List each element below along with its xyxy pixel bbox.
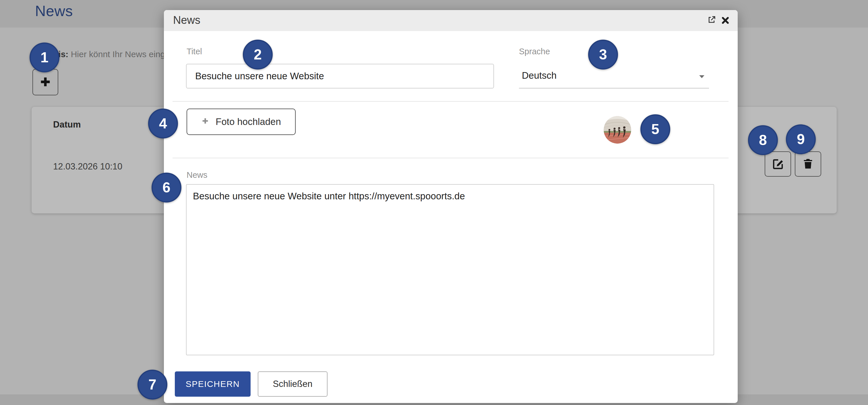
close-dialog-button[interactable]	[720, 16, 731, 26]
upload-photo-label: Foto hochladen	[216, 116, 281, 127]
delete-news-button[interactable]	[795, 151, 821, 177]
plus-icon	[39, 75, 52, 89]
edit-icon	[772, 157, 784, 171]
dialog-header: News	[164, 10, 738, 31]
annotation-badge-2: 2	[243, 40, 273, 69]
chevron-down-icon	[699, 75, 705, 80]
plus-icon	[201, 116, 209, 127]
page-title: News	[35, 2, 73, 20]
edit-news-button[interactable]	[765, 151, 791, 177]
news-dialog: News Titel Sprache Deutsch	[164, 10, 738, 403]
dialog-title: News	[173, 14, 200, 26]
column-header-datum: Datum	[53, 119, 81, 130]
titel-label: Titel	[187, 47, 202, 56]
hint-text-rest: Hier könnt Ihr News eing	[71, 50, 165, 59]
annotation-badge-5: 5	[640, 114, 670, 144]
annotation-badge-1: 1	[30, 42, 59, 73]
annotation-badge-3: 3	[588, 40, 618, 69]
news-textarea[interactable]: Besuche unsere neue Website unter https:…	[186, 184, 714, 355]
sprache-label: Sprache	[519, 47, 550, 56]
annotation-badge-7: 7	[137, 370, 167, 400]
save-button[interactable]: SPEICHERN	[175, 371, 251, 397]
divider	[173, 101, 728, 102]
close-icon	[721, 17, 730, 26]
expand-icon	[707, 16, 716, 25]
titel-input[interactable]	[186, 64, 494, 88]
upload-photo-button[interactable]: Foto hochladen	[187, 109, 296, 135]
news-row-date: 12.03.2026 10:10	[53, 162, 122, 172]
open-in-new-window-button[interactable]	[706, 15, 717, 26]
annotation-badge-6: 6	[152, 173, 181, 202]
trash-icon	[802, 158, 814, 171]
sprache-select[interactable]: Deutsch	[519, 66, 709, 88]
add-news-button[interactable]	[32, 69, 58, 95]
annotation-badge-9: 9	[786, 124, 816, 154]
annotation-badge-8: 8	[748, 125, 778, 155]
annotation-badge-4: 4	[148, 109, 178, 139]
divider	[173, 158, 728, 158]
sprache-selected-value: Deutsch	[522, 70, 557, 81]
screen: News Hinweis: Hier könnt Ihr News eing D…	[0, 0, 868, 405]
news-label: News	[187, 170, 208, 180]
news-photo-thumbnail[interactable]	[603, 116, 631, 144]
close-button[interactable]: Schließen	[258, 371, 328, 397]
